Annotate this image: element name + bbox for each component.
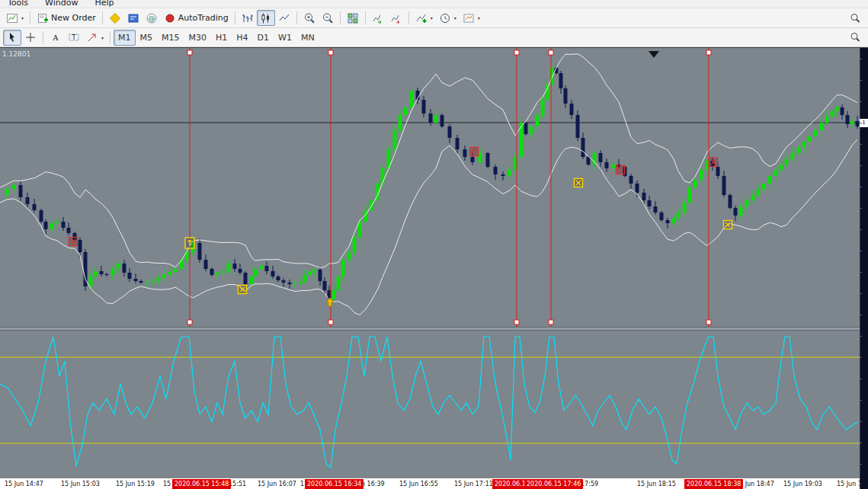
- menu-item-help[interactable]: Help: [94, 0, 114, 8]
- search-button-2[interactable]: [846, 30, 864, 46]
- time-label: 15 Jun 18:15: [637, 481, 676, 487]
- candle-body: [146, 282, 149, 283]
- line-chart-button[interactable]: [275, 10, 293, 26]
- timeframe-h1[interactable]: H1: [211, 30, 232, 46]
- candle-body: [479, 153, 482, 162]
- signal-red-x-marker[interactable]: [709, 158, 718, 167]
- selection-handle[interactable]: [549, 50, 553, 55]
- signal-arrow-box-marker[interactable]: [185, 238, 194, 248]
- selection-handle[interactable]: [328, 50, 333, 55]
- candle-body: [814, 130, 818, 136]
- time-label: 15: [163, 481, 171, 487]
- signal-yellow-x-marker[interactable]: [575, 179, 583, 187]
- candle-body: [271, 271, 275, 276]
- timeframe-m15[interactable]: M15: [157, 30, 184, 46]
- selection-handle[interactable]: [706, 320, 711, 324]
- crosshair-button[interactable]: [21, 30, 40, 46]
- price-tick: [860, 251, 862, 251]
- candlestick-chart-button[interactable]: [257, 10, 275, 26]
- timeframe-d1[interactable]: D1: [253, 30, 274, 46]
- timeframe-mn[interactable]: MN: [296, 30, 319, 46]
- cursor-icon: [6, 31, 18, 43]
- strategy-tester-button[interactable]: @: [143, 10, 161, 26]
- selection-handle[interactable]: [514, 320, 519, 324]
- time-label: 17:59: [581, 481, 598, 487]
- selection-handle[interactable]: [514, 50, 519, 55]
- vertical-line-object[interactable]: [706, 48, 711, 327]
- vertical-line-object[interactable]: [514, 48, 519, 327]
- candle-body: [198, 243, 202, 260]
- toolbar-separator: [296, 11, 297, 24]
- candle-body: [501, 174, 505, 176]
- toolbar-separator: [110, 31, 111, 44]
- candle-body: [559, 73, 563, 88]
- candle-body: [729, 195, 732, 208]
- zoom-in-button[interactable]: [300, 10, 319, 26]
- candle-body: [78, 240, 82, 252]
- time-axis[interactable]: 15 Jun 14:4715 Jun 15:0315 Jun 15:191520…: [0, 478, 860, 489]
- auto-scroll-button[interactable]: [369, 10, 387, 26]
- autotrading-button[interactable]: AutoTrading: [161, 10, 232, 26]
- candle-body: [791, 153, 795, 159]
- selection-handle[interactable]: [187, 320, 192, 324]
- timeframe-m5-label: M5: [140, 33, 153, 43]
- text-button[interactable]: A: [46, 30, 65, 46]
- text-label-button[interactable]: T: [65, 30, 83, 46]
- candle-body: [239, 269, 242, 273]
- timeframe-w1[interactable]: W1: [274, 30, 296, 46]
- candle-body: [831, 111, 834, 117]
- candle-body: [494, 167, 498, 174]
- vertical-line-object[interactable]: [187, 48, 192, 327]
- candle-body: [128, 273, 132, 279]
- indicators-button[interactable]: ▾: [412, 10, 436, 26]
- arrows-button[interactable]: ▾: [83, 30, 107, 46]
- timeframe-m30[interactable]: M30: [184, 30, 212, 46]
- arrow-icon: [86, 31, 98, 43]
- price-axis[interactable]: 1: [860, 48, 868, 489]
- cursor-button[interactable]: [3, 30, 21, 46]
- triangle-marker[interactable]: [649, 51, 659, 58]
- timeframe-m1[interactable]: M1: [114, 30, 136, 46]
- new-order-button-label: New Order: [51, 13, 96, 23]
- menu-item-tools[interactable]: Tools: [8, 0, 28, 8]
- templates-button[interactable]: ▾: [460, 10, 483, 26]
- candle-body: [716, 167, 720, 176]
- time-label: 15 Jun 16:55: [399, 481, 438, 487]
- candle-body: [688, 187, 692, 203]
- candle-body: [422, 100, 426, 113]
- new-chart-button[interactable]: ▾: [3, 10, 27, 26]
- terminal-button[interactable]: [124, 10, 143, 26]
- timeframe-m5[interactable]: M5: [136, 30, 158, 46]
- signal-yellow-x-marker[interactable]: [724, 221, 732, 229]
- candle-body: [802, 142, 806, 147]
- vertical-line-object[interactable]: [328, 48, 333, 327]
- signal-red-x-marker[interactable]: [617, 166, 625, 174]
- toolbar-separator: [30, 11, 30, 24]
- selection-handle[interactable]: [328, 320, 333, 324]
- tester-icon: @: [146, 12, 158, 24]
- main-chart[interactable]: [0, 48, 860, 327]
- tile-windows-button[interactable]: [344, 10, 362, 26]
- vertical-line-object[interactable]: [549, 48, 553, 327]
- candle-body: [399, 115, 402, 130]
- bar-chart-button[interactable]: [239, 10, 257, 26]
- search-button[interactable]: [846, 10, 864, 26]
- timeframe-h4[interactable]: H4: [232, 30, 252, 46]
- selection-handle[interactable]: [549, 320, 553, 324]
- signal-red-x-marker[interactable]: [470, 148, 479, 156]
- selection-handle[interactable]: [187, 50, 192, 55]
- candle-body: [254, 269, 258, 276]
- menu-item-window[interactable]: Window: [45, 0, 78, 8]
- metaeditor-button[interactable]: [106, 10, 124, 26]
- selection-handle[interactable]: [706, 50, 711, 55]
- indicator-panel[interactable]: [0, 331, 860, 478]
- zoom-out-button[interactable]: [319, 10, 337, 26]
- price-tick: [860, 80, 862, 81]
- new-order-button[interactable]: New Order: [34, 10, 99, 26]
- periods-button[interactable]: ▾: [436, 10, 460, 26]
- chart-shift-button[interactable]: [387, 10, 405, 26]
- price-tick: [860, 272, 862, 273]
- signal-red-x-marker[interactable]: [69, 238, 78, 246]
- signal-yellow-x-marker[interactable]: [239, 286, 247, 294]
- dropdown-arrow-icon: ▾: [101, 35, 104, 40]
